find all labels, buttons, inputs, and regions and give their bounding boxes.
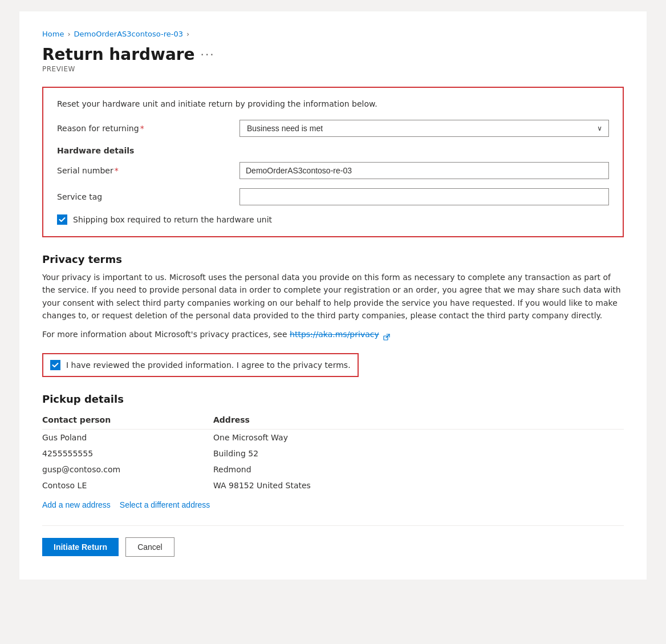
privacy-section: Privacy terms Your privacy is important … xyxy=(42,253,624,393)
pickup-row-2: 4255555555 Building 52 xyxy=(42,445,624,461)
privacy-body: Your privacy is important to us. Microso… xyxy=(42,271,624,322)
breadcrumb-sep-2: › xyxy=(186,30,189,38)
initiate-return-button[interactable]: Initiate Return xyxy=(42,538,119,556)
section-description: Reset your hardware unit and initiate re… xyxy=(57,99,609,108)
privacy-agree-label: I have reviewed the provided information… xyxy=(66,361,351,370)
service-tag-row: Service tag xyxy=(57,188,609,205)
breadcrumb-home[interactable]: Home xyxy=(42,30,64,38)
select-address-button[interactable]: Select a different address xyxy=(120,500,210,509)
breadcrumb-order[interactable]: DemoOrderAS3contoso-re-03 xyxy=(74,30,183,38)
serial-number-label: Serial number* xyxy=(57,166,239,175)
pickup-row-4: Contoso LE WA 98152 United States xyxy=(42,477,624,493)
breadcrumb-sep-1: › xyxy=(67,30,70,38)
serial-number-input[interactable] xyxy=(239,162,609,179)
pickup-title: Pickup details xyxy=(42,393,624,405)
reason-control: Business need is met Ordered in error Pr… xyxy=(239,120,609,137)
shipping-checkbox-label: Shipping box required to return the hard… xyxy=(73,215,272,224)
cancel-button[interactable]: Cancel xyxy=(125,537,174,557)
add-address-button[interactable]: Add a new address xyxy=(42,500,111,509)
contact-email: gusp@contoso.com xyxy=(42,461,213,477)
address-col-header: Address xyxy=(213,411,624,430)
privacy-title: Privacy terms xyxy=(42,253,624,265)
address-line2: Building 52 xyxy=(213,445,624,461)
privacy-agree-row: I have reviewed the provided information… xyxy=(42,353,359,377)
address-line1: One Microsoft Way xyxy=(213,429,624,445)
pickup-actions: Add a new address Select a different add… xyxy=(42,500,624,509)
pickup-section: Pickup details Contact person Address Gu… xyxy=(42,393,624,509)
reason-select[interactable]: Business need is met Ordered in error Pr… xyxy=(239,120,609,137)
page-title: Return hardware xyxy=(42,45,195,64)
service-tag-input[interactable] xyxy=(239,188,609,205)
page-title-row: Return hardware ··· xyxy=(42,45,624,64)
serial-number-row: Serial number* xyxy=(57,162,609,179)
hardware-return-section: Reset your hardware unit and initiate re… xyxy=(42,87,624,237)
pickup-row-1: Gus Poland One Microsoft Way xyxy=(42,429,624,445)
contact-phone: 4255555555 xyxy=(42,445,213,461)
breadcrumb: Home › DemoOrderAS3contoso-re-03 › xyxy=(42,30,624,38)
address-line4: WA 98152 United States xyxy=(213,477,624,493)
external-link-icon xyxy=(383,331,390,338)
service-tag-label: Service tag xyxy=(57,192,239,201)
contact-name: Gus Poland xyxy=(42,429,213,445)
privacy-agree-checkbox[interactable] xyxy=(50,360,60,370)
footer-actions: Initiate Return Cancel xyxy=(42,537,624,557)
hardware-details-header: Hardware details xyxy=(57,146,609,155)
shipping-checkbox-row: Shipping box required to return the hard… xyxy=(57,214,609,225)
privacy-link[interactable]: https://aka.ms/privacy xyxy=(290,330,379,339)
reason-label: Reason for returning* xyxy=(57,124,239,133)
page-container: Home › DemoOrderAS3contoso-re-03 › Retur… xyxy=(19,11,647,580)
reason-select-wrapper: Business need is met Ordered in error Pr… xyxy=(239,120,609,137)
contact-col-header: Contact person xyxy=(42,411,213,430)
shipping-checkbox[interactable] xyxy=(57,214,67,225)
page-title-ellipsis[interactable]: ··· xyxy=(201,48,215,62)
reason-row: Reason for returning* Business need is m… xyxy=(57,120,609,137)
page-subtitle: PREVIEW xyxy=(42,65,624,73)
contact-company: Contoso LE xyxy=(42,477,213,493)
pickup-row-3: gusp@contoso.com Redmond xyxy=(42,461,624,477)
service-tag-control xyxy=(239,188,609,205)
footer-divider xyxy=(42,525,624,526)
pickup-table: Contact person Address Gus Poland One Mi… xyxy=(42,411,624,493)
privacy-more-info: For more information about Microsoft's p… xyxy=(42,328,624,341)
serial-number-control xyxy=(239,162,609,179)
address-line3: Redmond xyxy=(213,461,624,477)
